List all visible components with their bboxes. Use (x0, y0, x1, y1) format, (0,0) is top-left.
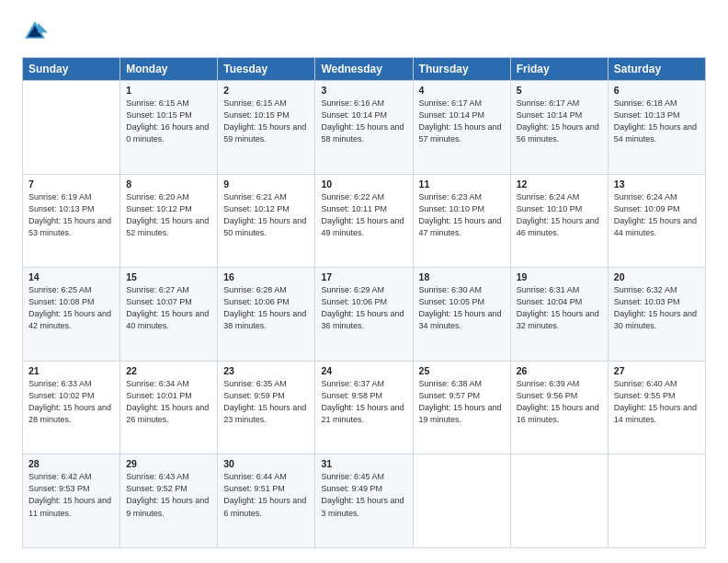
cell-info: Sunrise: 6:19 AMSunset: 10:13 PMDaylight… (28, 191, 114, 239)
calendar-cell: 9Sunrise: 6:21 AMSunset: 10:12 PMDayligh… (218, 174, 315, 268)
cell-info: Sunrise: 6:22 AMSunset: 10:11 PMDaylight… (321, 191, 406, 239)
calendar-cell: 25Sunrise: 6:38 AMSunset: 9:57 PMDayligh… (413, 361, 510, 454)
calendar-header-row: SundayMondayTuesdayWednesdayThursdayFrid… (23, 58, 706, 81)
day-number: 25 (419, 365, 505, 376)
calendar-cell: 30Sunrise: 6:44 AMSunset: 9:51 PMDayligh… (218, 454, 315, 548)
calendar-cell: 21Sunrise: 6:33 AMSunset: 10:02 PMDaylig… (23, 361, 120, 454)
cell-info: Sunrise: 6:24 AMSunset: 10:09 PMDaylight… (614, 191, 700, 239)
cell-info: Sunrise: 6:37 AMSunset: 9:58 PMDaylight:… (321, 378, 406, 426)
calendar-cell: 3Sunrise: 6:16 AMSunset: 10:14 PMDayligh… (315, 81, 413, 175)
day-number: 13 (614, 178, 700, 190)
cell-info: Sunrise: 6:18 AMSunset: 10:13 PMDaylight… (614, 98, 700, 145)
calendar-cell: 6Sunrise: 6:18 AMSunset: 10:13 PMDayligh… (608, 81, 705, 175)
cell-info: Sunrise: 6:40 AMSunset: 9:55 PMDaylight:… (614, 378, 700, 426)
calendar-cell: 26Sunrise: 6:39 AMSunset: 9:56 PMDayligh… (510, 361, 608, 454)
cell-info: Sunrise: 6:23 AMSunset: 10:10 PMDaylight… (419, 191, 505, 239)
calendar-cell: 5Sunrise: 6:17 AMSunset: 10:14 PMDayligh… (510, 81, 608, 175)
calendar-cell: 23Sunrise: 6:35 AMSunset: 9:59 PMDayligh… (218, 361, 315, 454)
cell-info: Sunrise: 6:35 AMSunset: 9:59 PMDaylight:… (223, 378, 309, 426)
cell-info: Sunrise: 6:38 AMSunset: 9:57 PMDaylight:… (419, 378, 505, 426)
calendar-row: 7Sunrise: 6:19 AMSunset: 10:13 PMDayligh… (23, 174, 706, 268)
calendar-cell (23, 81, 120, 175)
cell-info: Sunrise: 6:30 AMSunset: 10:05 PMDaylight… (419, 284, 505, 332)
day-number: 17 (321, 271, 406, 282)
calendar-cell: 16Sunrise: 6:28 AMSunset: 10:06 PMDaylig… (218, 268, 315, 362)
calendar-cell (608, 454, 705, 548)
calendar-cell: 28Sunrise: 6:42 AMSunset: 9:53 PMDayligh… (23, 454, 120, 548)
calendar-cell: 13Sunrise: 6:24 AMSunset: 10:09 PMDaylig… (608, 174, 705, 268)
day-number: 4 (419, 85, 505, 96)
day-number: 10 (321, 178, 406, 190)
header (22, 18, 706, 44)
cell-info: Sunrise: 6:39 AMSunset: 9:56 PMDaylight:… (517, 378, 602, 426)
day-number: 21 (28, 365, 114, 376)
calendar-cell: 22Sunrise: 6:34 AMSunset: 10:01 PMDaylig… (120, 361, 218, 454)
cell-info: Sunrise: 6:28 AMSunset: 10:06 PMDaylight… (223, 284, 309, 332)
calendar-row: 28Sunrise: 6:42 AMSunset: 9:53 PMDayligh… (23, 454, 706, 548)
cell-info: Sunrise: 6:20 AMSunset: 10:12 PMDaylight… (126, 191, 211, 239)
day-number: 16 (223, 271, 309, 282)
calendar-cell: 7Sunrise: 6:19 AMSunset: 10:13 PMDayligh… (23, 174, 120, 268)
day-number: 30 (223, 458, 309, 469)
cell-info: Sunrise: 6:32 AMSunset: 10:03 PMDaylight… (614, 284, 700, 332)
day-number: 24 (321, 365, 406, 376)
svg-marker-2 (38, 23, 48, 33)
day-number: 6 (614, 85, 700, 96)
calendar-cell: 18Sunrise: 6:30 AMSunset: 10:05 PMDaylig… (413, 268, 510, 362)
calendar-cell: 10Sunrise: 6:22 AMSunset: 10:11 PMDaylig… (315, 174, 413, 268)
calendar-cell: 15Sunrise: 6:27 AMSunset: 10:07 PMDaylig… (120, 268, 218, 362)
calendar-cell: 17Sunrise: 6:29 AMSunset: 10:06 PMDaylig… (315, 268, 413, 362)
calendar-cell: 1Sunrise: 6:15 AMSunset: 10:15 PMDayligh… (120, 81, 218, 175)
day-number: 14 (28, 271, 114, 282)
calendar-cell: 14Sunrise: 6:25 AMSunset: 10:08 PMDaylig… (23, 268, 120, 362)
calendar-row: 21Sunrise: 6:33 AMSunset: 10:02 PMDaylig… (23, 361, 706, 454)
cell-info: Sunrise: 6:24 AMSunset: 10:10 PMDaylight… (517, 191, 602, 239)
day-number: 19 (517, 271, 602, 282)
calendar-cell: 8Sunrise: 6:20 AMSunset: 10:12 PMDayligh… (120, 174, 218, 268)
day-number: 28 (28, 458, 114, 469)
cell-info: Sunrise: 6:45 AMSunset: 9:49 PMDaylight:… (321, 471, 406, 519)
cell-info: Sunrise: 6:31 AMSunset: 10:04 PMDaylight… (517, 284, 602, 332)
day-number: 29 (126, 458, 211, 469)
calendar-cell: 11Sunrise: 6:23 AMSunset: 10:10 PMDaylig… (413, 174, 510, 268)
calendar-cell (510, 454, 608, 548)
day-number: 26 (517, 365, 602, 376)
day-number: 12 (517, 178, 602, 190)
day-number: 23 (223, 365, 309, 376)
calendar-cell: 29Sunrise: 6:43 AMSunset: 9:52 PMDayligh… (120, 454, 218, 548)
day-number: 3 (321, 85, 406, 96)
col-header-monday: Monday (120, 58, 218, 81)
day-number: 7 (28, 178, 114, 190)
day-number: 15 (126, 271, 211, 282)
col-header-tuesday: Tuesday (218, 58, 315, 81)
col-header-sunday: Sunday (23, 58, 120, 81)
calendar-cell: 27Sunrise: 6:40 AMSunset: 9:55 PMDayligh… (608, 361, 705, 454)
cell-info: Sunrise: 6:21 AMSunset: 10:12 PMDaylight… (223, 191, 309, 239)
cell-info: Sunrise: 6:43 AMSunset: 9:52 PMDaylight:… (126, 471, 211, 519)
cell-info: Sunrise: 6:33 AMSunset: 10:02 PMDaylight… (28, 378, 114, 426)
cell-info: Sunrise: 6:42 AMSunset: 9:53 PMDaylight:… (28, 471, 114, 519)
cell-info: Sunrise: 6:16 AMSunset: 10:14 PMDaylight… (321, 98, 406, 145)
cell-info: Sunrise: 6:29 AMSunset: 10:06 PMDaylight… (321, 284, 406, 332)
col-header-thursday: Thursday (413, 58, 510, 81)
cell-info: Sunrise: 6:17 AMSunset: 10:14 PMDaylight… (419, 98, 505, 145)
day-number: 11 (419, 178, 505, 190)
col-header-wednesday: Wednesday (315, 58, 413, 81)
cell-info: Sunrise: 6:34 AMSunset: 10:01 PMDaylight… (126, 378, 211, 426)
calendar-cell: 20Sunrise: 6:32 AMSunset: 10:03 PMDaylig… (608, 268, 705, 362)
cell-info: Sunrise: 6:15 AMSunset: 10:15 PMDaylight… (126, 98, 211, 145)
cell-info: Sunrise: 6:17 AMSunset: 10:14 PMDaylight… (517, 98, 602, 145)
day-number: 20 (614, 271, 700, 282)
calendar-cell: 2Sunrise: 6:15 AMSunset: 10:15 PMDayligh… (218, 81, 315, 175)
calendar-row: 14Sunrise: 6:25 AMSunset: 10:08 PMDaylig… (23, 268, 706, 362)
calendar-cell: 19Sunrise: 6:31 AMSunset: 10:04 PMDaylig… (510, 268, 608, 362)
day-number: 22 (126, 365, 211, 376)
calendar-cell: 4Sunrise: 6:17 AMSunset: 10:14 PMDayligh… (413, 81, 510, 175)
day-number: 5 (517, 85, 602, 96)
day-number: 18 (419, 271, 505, 282)
page: SundayMondayTuesdayWednesdayThursdayFrid… (0, 0, 728, 563)
logo (22, 18, 51, 44)
cell-info: Sunrise: 6:27 AMSunset: 10:07 PMDaylight… (126, 284, 211, 332)
cell-info: Sunrise: 6:25 AMSunset: 10:08 PMDaylight… (28, 284, 114, 332)
calendar-cell (413, 454, 510, 548)
